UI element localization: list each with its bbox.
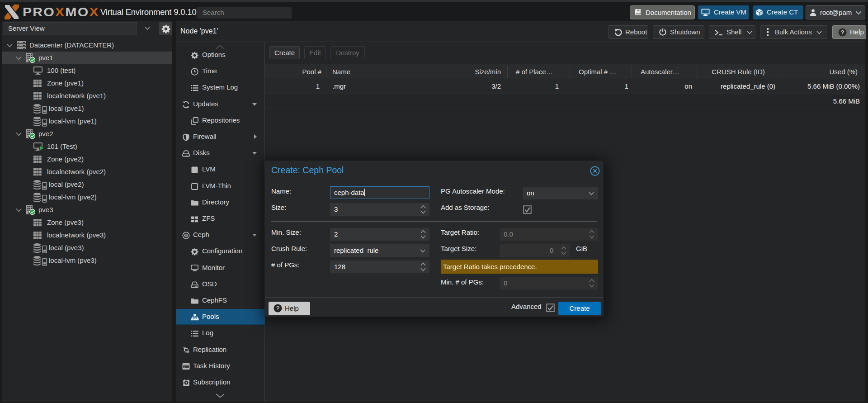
svg-text:?: ? [276,305,280,312]
svg-text:?: ? [841,29,844,36]
